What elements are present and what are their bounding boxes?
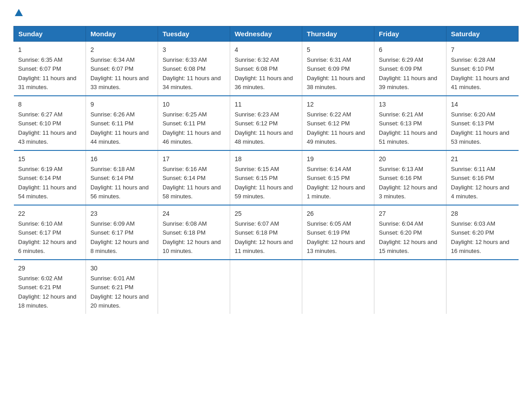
day-info: Sunrise: 6:11 AMSunset: 6:16 PMDaylight:…	[451, 166, 509, 200]
day-number: 10	[163, 100, 225, 109]
day-info: Sunrise: 6:07 AMSunset: 6:18 PMDaylight:…	[235, 220, 293, 254]
calendar-cell: 23 Sunrise: 6:09 AMSunset: 6:17 PMDaylig…	[86, 205, 158, 260]
calendar-cell	[158, 260, 230, 314]
day-number: 19	[307, 154, 369, 164]
calendar-cell: 3 Sunrise: 6:33 AMSunset: 6:08 PMDayligh…	[158, 42, 230, 96]
day-info: Sunrise: 6:03 AMSunset: 6:20 PMDaylight:…	[451, 220, 509, 254]
day-number: 17	[163, 154, 225, 164]
column-header-monday: Monday	[86, 26, 158, 42]
day-info: Sunrise: 6:23 AMSunset: 6:12 PMDaylight:…	[235, 111, 293, 145]
day-number: 5	[307, 45, 369, 55]
day-info: Sunrise: 6:25 AMSunset: 6:11 PMDaylight:…	[163, 111, 221, 145]
calendar-cell	[446, 260, 519, 314]
calendar-cell: 13 Sunrise: 6:21 AMSunset: 6:13 PMDaylig…	[374, 96, 446, 150]
calendar-cell: 8 Sunrise: 6:27 AMSunset: 6:10 PMDayligh…	[14, 96, 86, 150]
day-info: Sunrise: 6:22 AMSunset: 6:12 PMDaylight:…	[307, 111, 365, 145]
calendar-cell: 11 Sunrise: 6:23 AMSunset: 6:12 PMDaylig…	[230, 96, 302, 150]
day-info: Sunrise: 6:14 AMSunset: 6:15 PMDaylight:…	[307, 166, 365, 200]
day-info: Sunrise: 6:10 AMSunset: 6:17 PMDaylight:…	[18, 220, 77, 254]
day-info: Sunrise: 6:15 AMSunset: 6:15 PMDaylight:…	[235, 166, 293, 200]
day-info: Sunrise: 6:08 AMSunset: 6:18 PMDaylight:…	[163, 220, 221, 254]
calendar-cell: 25 Sunrise: 6:07 AMSunset: 6:18 PMDaylig…	[230, 205, 302, 260]
calendar-cell: 15 Sunrise: 6:19 AMSunset: 6:14 PMDaylig…	[14, 150, 86, 205]
calendar-cell: 20 Sunrise: 6:13 AMSunset: 6:16 PMDaylig…	[374, 150, 446, 205]
day-number: 7	[451, 45, 514, 55]
day-number: 23	[90, 209, 153, 218]
day-info: Sunrise: 6:13 AMSunset: 6:16 PMDaylight:…	[379, 166, 437, 200]
day-number: 30	[90, 264, 153, 273]
day-number: 29	[18, 264, 81, 273]
calendar-cell: 2 Sunrise: 6:34 AMSunset: 6:07 PMDayligh…	[86, 42, 158, 96]
day-number: 1	[18, 45, 81, 55]
day-number: 15	[18, 154, 81, 164]
calendar-cell: 18 Sunrise: 6:15 AMSunset: 6:15 PMDaylig…	[230, 150, 302, 205]
day-number: 16	[90, 154, 153, 164]
column-header-thursday: Thursday	[302, 26, 374, 42]
calendar-cell: 14 Sunrise: 6:20 AMSunset: 6:13 PMDaylig…	[446, 96, 519, 150]
logo	[13, 9, 23, 17]
day-info: Sunrise: 6:05 AMSunset: 6:19 PMDaylight:…	[307, 220, 365, 254]
day-info: Sunrise: 6:21 AMSunset: 6:13 PMDaylight:…	[379, 111, 437, 145]
calendar-header-row: SundayMondayTuesdayWednesdayThursdayFrid…	[14, 26, 519, 42]
column-header-saturday: Saturday	[446, 26, 519, 42]
day-info: Sunrise: 6:27 AMSunset: 6:10 PMDaylight:…	[18, 111, 77, 145]
calendar-cell: 22 Sunrise: 6:10 AMSunset: 6:17 PMDaylig…	[14, 205, 86, 260]
column-header-tuesday: Tuesday	[158, 26, 230, 42]
logo-triangle-icon	[15, 9, 23, 16]
day-info: Sunrise: 6:16 AMSunset: 6:14 PMDaylight:…	[163, 166, 221, 200]
day-info: Sunrise: 6:32 AMSunset: 6:08 PMDaylight:…	[235, 56, 293, 90]
calendar-cell	[230, 260, 302, 314]
day-info: Sunrise: 6:31 AMSunset: 6:09 PMDaylight:…	[307, 56, 365, 90]
day-info: Sunrise: 6:28 AMSunset: 6:10 PMDaylight:…	[451, 56, 509, 90]
day-info: Sunrise: 6:01 AMSunset: 6:21 PMDaylight:…	[90, 275, 149, 309]
day-number: 8	[18, 100, 81, 109]
day-info: Sunrise: 6:09 AMSunset: 6:17 PMDaylight:…	[90, 220, 149, 254]
day-info: Sunrise: 6:34 AMSunset: 6:07 PMDaylight:…	[90, 56, 149, 90]
calendar-week-row: 8 Sunrise: 6:27 AMSunset: 6:10 PMDayligh…	[14, 96, 519, 150]
day-number: 3	[163, 45, 225, 55]
day-number: 6	[379, 45, 442, 55]
calendar-cell: 5 Sunrise: 6:31 AMSunset: 6:09 PMDayligh…	[302, 42, 374, 96]
day-number: 25	[235, 209, 297, 218]
day-info: Sunrise: 6:20 AMSunset: 6:13 PMDaylight:…	[451, 111, 509, 145]
column-header-friday: Friday	[374, 26, 446, 42]
calendar-week-row: 22 Sunrise: 6:10 AMSunset: 6:17 PMDaylig…	[14, 205, 519, 260]
calendar-cell: 27 Sunrise: 6:04 AMSunset: 6:20 PMDaylig…	[374, 205, 446, 260]
calendar-cell: 12 Sunrise: 6:22 AMSunset: 6:12 PMDaylig…	[302, 96, 374, 150]
calendar-cell: 30 Sunrise: 6:01 AMSunset: 6:21 PMDaylig…	[86, 260, 158, 314]
calendar-week-row: 15 Sunrise: 6:19 AMSunset: 6:14 PMDaylig…	[14, 150, 519, 205]
calendar-week-row: 29 Sunrise: 6:02 AMSunset: 6:21 PMDaylig…	[14, 260, 519, 314]
day-number: 20	[379, 154, 442, 164]
calendar-cell: 24 Sunrise: 6:08 AMSunset: 6:18 PMDaylig…	[158, 205, 230, 260]
column-header-sunday: Sunday	[14, 26, 86, 42]
day-number: 26	[307, 209, 369, 218]
day-info: Sunrise: 6:35 AMSunset: 6:07 PMDaylight:…	[18, 56, 77, 90]
day-info: Sunrise: 6:33 AMSunset: 6:08 PMDaylight:…	[163, 56, 221, 90]
calendar-cell: 6 Sunrise: 6:29 AMSunset: 6:09 PMDayligh…	[374, 42, 446, 96]
day-number: 14	[451, 100, 514, 109]
day-number: 12	[307, 100, 369, 109]
calendar-cell: 4 Sunrise: 6:32 AMSunset: 6:08 PMDayligh…	[230, 42, 302, 96]
day-number: 27	[379, 209, 442, 218]
day-number: 9	[90, 100, 153, 109]
calendar-cell: 16 Sunrise: 6:18 AMSunset: 6:14 PMDaylig…	[86, 150, 158, 205]
day-number: 22	[18, 209, 81, 218]
day-info: Sunrise: 6:02 AMSunset: 6:21 PMDaylight:…	[18, 275, 77, 309]
calendar-cell: 1 Sunrise: 6:35 AMSunset: 6:07 PMDayligh…	[14, 42, 86, 96]
calendar-cell: 29 Sunrise: 6:02 AMSunset: 6:21 PMDaylig…	[14, 260, 86, 314]
calendar-cell	[302, 260, 374, 314]
day-info: Sunrise: 6:29 AMSunset: 6:09 PMDaylight:…	[379, 56, 437, 90]
day-number: 28	[451, 209, 514, 218]
day-info: Sunrise: 6:26 AMSunset: 6:11 PMDaylight:…	[90, 111, 149, 145]
calendar-cell: 9 Sunrise: 6:26 AMSunset: 6:11 PMDayligh…	[86, 96, 158, 150]
page-header	[13, 9, 519, 17]
day-number: 21	[451, 154, 514, 164]
day-number: 24	[163, 209, 225, 218]
day-number: 13	[379, 100, 442, 109]
day-number: 4	[235, 45, 297, 55]
calendar-cell: 21 Sunrise: 6:11 AMSunset: 6:16 PMDaylig…	[446, 150, 519, 205]
day-number: 2	[90, 45, 153, 55]
calendar-cell: 19 Sunrise: 6:14 AMSunset: 6:15 PMDaylig…	[302, 150, 374, 205]
day-number: 11	[235, 100, 297, 109]
day-info: Sunrise: 6:19 AMSunset: 6:14 PMDaylight:…	[18, 166, 77, 200]
